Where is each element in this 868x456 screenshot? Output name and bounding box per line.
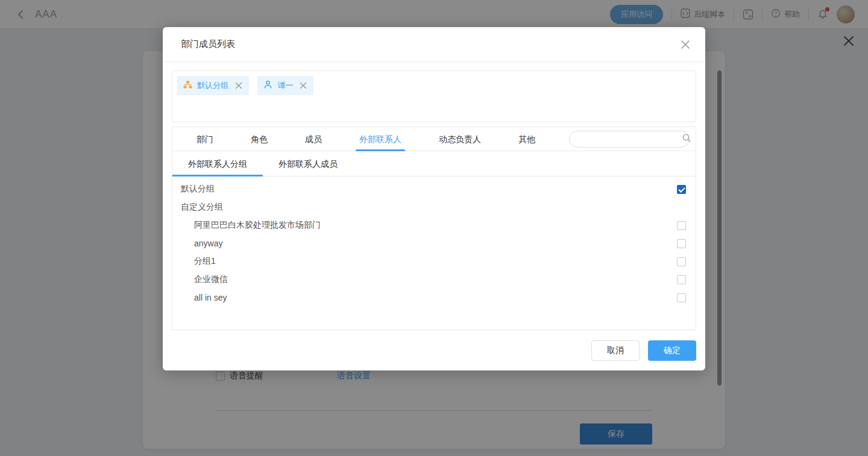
list-item-label: anyway	[194, 239, 222, 248]
subtab-external-contact-members[interactable]: 外部联系人成员	[263, 151, 353, 176]
list-item-label: all in sey	[194, 293, 227, 302]
tag-remove-icon[interactable]	[234, 81, 243, 90]
list-item[interactable]: 默认分组	[181, 180, 686, 198]
list-item-label: 默认分组	[181, 184, 215, 195]
list-group-header: 自定义分组	[181, 198, 686, 216]
list-item[interactable]: 阿里巴巴白木胶处理批发市场部门	[181, 216, 686, 234]
list-item[interactable]: all in sey	[181, 289, 686, 307]
tab-dynamic-owner[interactable]: 动态负责人	[439, 127, 481, 151]
list-item-checkbox[interactable]	[677, 293, 686, 302]
list-item-checkbox[interactable]	[677, 257, 686, 266]
modal-title: 部门成员列表	[181, 39, 235, 50]
tag-label: 默认分组	[197, 80, 228, 91]
tag-remove-icon[interactable]	[299, 81, 307, 90]
list-item-checkbox[interactable]	[677, 275, 686, 284]
picker-subtabs: 外部联系人分组 外部联系人成员	[172, 151, 696, 176]
modal-header: 部门成员列表	[163, 27, 705, 62]
group-list: 默认分组 自定义分组 阿里巴巴白木胶处理批发市场部门 anyway 分组1	[172, 176, 696, 307]
member-picker: 部门 角色 成员 外部联系人 动态负责人 其他 外部联系人分组 外部联系人成员 …	[172, 126, 696, 330]
list-item-label: 自定义分组	[181, 202, 223, 213]
tab-department[interactable]: 部门	[197, 127, 213, 151]
picker-tabs: 部门 角色 成员 外部联系人 动态负责人 其他	[172, 127, 696, 151]
list-item-checkbox[interactable]	[677, 221, 686, 230]
selected-tag-group: 默认分组	[177, 76, 249, 95]
list-item[interactable]: 企业微信	[181, 270, 686, 289]
list-item-label: 阿里巴巴白木胶处理批发市场部门	[194, 220, 321, 231]
tab-other[interactable]: 其他	[518, 127, 535, 151]
cancel-button[interactable]: 取消	[591, 340, 640, 361]
search-box	[569, 131, 690, 148]
search-input[interactable]	[576, 135, 682, 144]
person-icon	[263, 80, 272, 92]
list-item-label: 分组1	[194, 256, 216, 267]
list-item[interactable]: 分组1	[181, 252, 686, 270]
tab-external-contacts[interactable]: 外部联系人	[359, 127, 401, 151]
modal-close-icon[interactable]	[680, 39, 691, 50]
list-item-checkbox[interactable]	[677, 239, 686, 248]
list-item[interactable]: anyway	[181, 234, 686, 252]
search-icon[interactable]	[682, 133, 691, 145]
tag-label: 谭一	[277, 80, 293, 91]
list-item-label: 企业微信	[194, 274, 228, 285]
department-member-modal: 部门成员列表 默认分组 谭一 部门 角色 成	[163, 27, 705, 370]
selected-tag-person: 谭一	[257, 76, 313, 95]
tab-member[interactable]: 成员	[305, 127, 322, 151]
tab-role[interactable]: 角色	[251, 127, 268, 151]
subtab-external-contact-groups[interactable]: 外部联系人分组	[172, 151, 263, 176]
selected-tags-box: 默认分组 谭一	[172, 70, 696, 122]
modal-footer: 取消 确定	[591, 340, 696, 361]
list-item-checkbox[interactable]	[677, 185, 686, 194]
confirm-button[interactable]: 确定	[648, 340, 696, 361]
org-chart-icon	[183, 80, 192, 92]
